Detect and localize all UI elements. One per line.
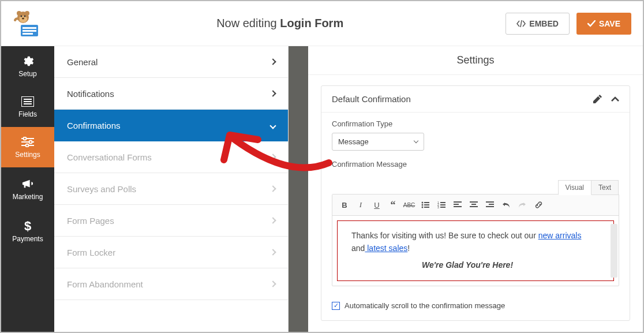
editor-area[interactable]: Thanks for visiting with us! Be sure to … (332, 220, 619, 281)
tab-visual[interactable]: Visual (558, 180, 591, 195)
autoscroll-label: Automatically scroll to the confirmation… (345, 301, 505, 310)
svg-rect-33 (454, 201, 462, 203)
svg-point-25 (422, 207, 424, 208)
submenu-label: Confirmations (67, 121, 121, 130)
sidebar-label: Settings (15, 151, 40, 159)
redo-button[interactable] (515, 198, 530, 212)
svg-point-21 (422, 202, 424, 204)
svg-rect-28 (440, 202, 445, 203)
chevron-right-icon (269, 154, 276, 160)
link-new-arrivals[interactable]: new arrivals (538, 231, 582, 240)
message-editor: Visual Text B I U “ ABC 123 (332, 194, 619, 286)
svg-rect-38 (470, 206, 478, 207)
sidebar-item-marketing[interactable]: Marketing (1, 167, 54, 211)
sidebar-item-settings[interactable]: Settings (1, 127, 54, 167)
submenu-label: Form Pages (67, 216, 114, 226)
editor-content[interactable]: Thanks for visiting with us! Be sure to … (337, 220, 614, 281)
panel-title: Default Confirmation (332, 94, 593, 104)
svg-point-6 (17, 11, 21, 16)
confirmation-panel: Default Confirmation Confirmation Type M… (321, 85, 630, 321)
svg-point-20 (26, 144, 29, 147)
submenu-item-abandonment[interactable]: Form Abandonment (54, 268, 288, 300)
app-window: Now editing Login Form EMBED SAVE Setup … (0, 0, 644, 333)
page-title: Now editing Login Form (54, 17, 506, 30)
embed-label: EMBED (529, 19, 559, 28)
sliders-icon (21, 136, 34, 148)
form-name: Login Form (280, 17, 343, 29)
msg-tagline: We're Glad You're Here! (422, 260, 513, 270)
check-icon (587, 20, 596, 27)
sidebar: Setup Fields Settings Marketing $ Paymen… (1, 46, 54, 332)
autoscroll-checkbox[interactable]: ✓ (332, 302, 340, 310)
svg-rect-24 (424, 204, 429, 205)
chevron-right-icon (269, 280, 276, 287)
underline-button[interactable]: U (369, 198, 384, 212)
editor-toolbar: B I U “ ABC 123 (332, 194, 619, 216)
undo-button[interactable] (499, 198, 514, 212)
numbered-list-button[interactable]: 123 (434, 198, 449, 212)
svg-point-23 (422, 204, 424, 206)
submenu-label: General (67, 57, 98, 67)
chevron-down-icon (269, 122, 276, 129)
svg-point-10 (22, 17, 24, 19)
svg-rect-35 (454, 206, 462, 207)
sidebar-item-fields[interactable]: Fields (1, 87, 54, 127)
pencil-icon[interactable] (593, 95, 602, 103)
embed-button[interactable]: EMBED (506, 13, 570, 35)
tab-text[interactable]: Text (591, 180, 619, 195)
submenu-item-conversational[interactable]: Conversational Forms (54, 141, 288, 173)
body-row: Setup Fields Settings Marketing $ Paymen… (1, 46, 643, 332)
gear-icon (21, 55, 34, 68)
sidebar-item-payments[interactable]: $ Payments (1, 211, 54, 252)
header-bar: Now editing Login Form EMBED SAVE (1, 1, 643, 46)
sidebar-label: Payments (12, 235, 43, 243)
submenu-item-surveys[interactable]: Surveys and Polls (54, 173, 288, 205)
blockquote-button[interactable]: “ (385, 198, 400, 212)
panel-header: Default Confirmation (321, 86, 630, 113)
svg-point-9 (24, 15, 26, 17)
save-label: SAVE (599, 19, 620, 28)
svg-point-16 (24, 137, 27, 140)
list-icon (21, 95, 34, 108)
submenu-item-notifications[interactable]: Notifications (54, 78, 288, 110)
align-right-button[interactable] (482, 198, 497, 212)
chevron-right-icon (269, 185, 276, 192)
svg-text:3: 3 (437, 205, 439, 208)
link-latest-sales[interactable]: latest sales (365, 244, 407, 253)
svg-point-18 (29, 141, 32, 144)
link-button[interactable] (531, 198, 546, 212)
submenu-item-general[interactable]: General (54, 46, 288, 78)
chevron-right-icon (269, 249, 276, 255)
type-label: Confirmation Type (332, 119, 619, 128)
main-body: Default Confirmation Confirmation Type M… (308, 75, 643, 331)
svg-rect-1 (23, 27, 36, 29)
svg-point-8 (21, 15, 23, 17)
bullhorn-icon (21, 178, 34, 190)
align-left-button[interactable] (450, 198, 465, 212)
chevron-up-icon[interactable] (611, 96, 619, 102)
svg-rect-3 (23, 33, 33, 35)
chevron-down-icon (414, 139, 418, 143)
msg-text: Thanks for visiting with us! Be sure to … (351, 231, 538, 240)
italic-button[interactable]: I (353, 198, 368, 212)
save-button[interactable]: SAVE (576, 13, 631, 35)
submenu-item-formpages[interactable]: Form Pages (54, 205, 288, 237)
confirmation-type-select[interactable]: Message (332, 133, 424, 151)
bullet-list-button[interactable] (418, 198, 433, 212)
svg-rect-22 (424, 202, 429, 203)
submenu-item-formlocker[interactable]: Form Locker (54, 237, 288, 268)
strikethrough-button[interactable]: ABC (402, 198, 417, 212)
scrollbar[interactable] (611, 224, 617, 278)
svg-point-7 (25, 11, 29, 16)
bold-button[interactable]: B (337, 198, 352, 212)
submenu-item-confirmations[interactable]: Confirmations (54, 110, 288, 141)
sidebar-label: Marketing (13, 193, 43, 201)
editor-tabs: Visual Text (558, 180, 619, 195)
svg-rect-37 (471, 204, 476, 205)
msg-text: ! (407, 244, 410, 253)
sidebar-item-setup[interactable]: Setup (1, 46, 54, 87)
svg-rect-40 (489, 204, 494, 205)
editing-prefix: Now editing (216, 17, 280, 29)
code-icon (516, 20, 526, 27)
align-center-button[interactable] (466, 198, 481, 212)
